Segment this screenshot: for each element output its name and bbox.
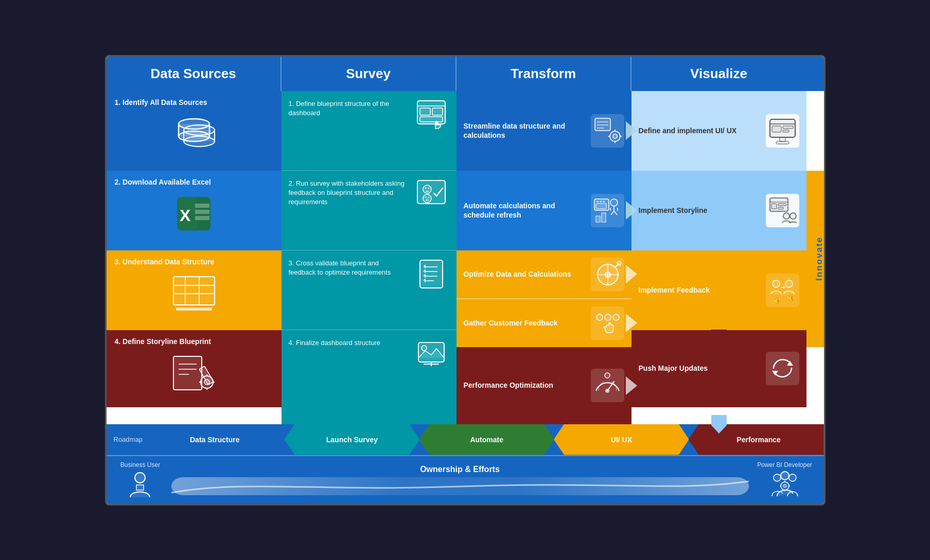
survey-text-2: 2. Run survey with stakeholders asking f… (289, 179, 407, 207)
svg-rect-35 (420, 108, 430, 115)
streamline-icon (593, 117, 622, 145)
svg-point-110 (785, 280, 793, 287)
ds-row-2: 2. Download Available Excel X (107, 171, 282, 250)
ownership-bar (171, 477, 749, 495)
svg-point-72 (610, 199, 618, 206)
svg-rect-96 (783, 130, 789, 132)
transform-icon-3a (591, 258, 624, 291)
survey-text-4: 4. Finalize dashboard structure (289, 338, 407, 348)
svg-rect-48 (420, 260, 443, 288)
svg-text:👍: 👍 (773, 295, 782, 304)
svg-point-69 (600, 201, 602, 203)
svg-rect-36 (432, 108, 443, 115)
transform-label-4: Performance Optimization (464, 381, 586, 390)
innovate-label: Innovate (814, 237, 824, 281)
svg-text:X: X (180, 206, 191, 225)
arrow-right-3a (626, 265, 637, 283)
survey-feedback-icon (416, 179, 447, 210)
powerbi-dev-icon (769, 471, 800, 499)
svg-rect-16 (173, 277, 215, 305)
viz-label-4: Push Major Updates (639, 364, 761, 373)
svg-rect-98 (780, 137, 785, 141)
svg-point-54 (422, 346, 427, 351)
transform-block-2: Automate calculations and schedule refre… (457, 171, 631, 250)
chevron-label-1: Data Structure (180, 436, 255, 444)
svg-point-109 (773, 280, 780, 287)
svg-marker-115 (711, 330, 727, 348)
svg-point-47 (428, 196, 429, 198)
svg-point-125 (781, 472, 789, 480)
svg-rect-105 (778, 207, 783, 209)
svg-point-43 (425, 187, 426, 189)
ds-label-4: 4. Define Storyline Blueprint (115, 337, 211, 346)
svg-rect-99 (776, 141, 789, 144)
datasources-column: 1. Identify All Data Sources (107, 91, 282, 424)
viz-icon-1 (766, 114, 799, 148)
blueprint-icon (171, 354, 217, 392)
svg-line-75 (614, 211, 617, 215)
chevron-3: Automate (419, 424, 554, 455)
svg-point-46 (425, 196, 426, 198)
svg-point-107 (790, 213, 796, 219)
svg-rect-14 (195, 210, 209, 214)
svg-point-87 (605, 314, 611, 320)
chevron-label-3: Automate (454, 436, 519, 444)
svg-line-74 (611, 211, 614, 215)
svg-rect-104 (778, 204, 786, 206)
svg-point-126 (789, 474, 796, 481)
svg-rect-103 (771, 204, 777, 209)
roadmap-label: Roadmap (107, 436, 150, 443)
transform-icon-4 (591, 369, 624, 402)
svg-text:👎: 👎 (786, 295, 796, 304)
svg-marker-108 (711, 250, 727, 269)
svg-point-70 (603, 201, 605, 203)
svg-point-42 (423, 185, 431, 193)
svg-point-86 (596, 314, 603, 320)
ownership-title: Ownership & Efforts (420, 465, 500, 474)
main-grid: 1. Identify All Data Sources (107, 91, 824, 424)
svg-rect-53 (418, 342, 444, 362)
viz-label-2: Implement Storyline (639, 206, 761, 215)
svg-point-83 (605, 272, 610, 277)
ownership-center: Ownership & Efforts (171, 465, 749, 495)
transform-icon-1 (591, 114, 624, 148)
header-col2: Survey (282, 57, 457, 91)
database-icon (171, 115, 217, 156)
performance-icon (593, 371, 622, 400)
transform-label-3a: Optimize Data and Calculations (464, 269, 586, 279)
svg-rect-13 (195, 204, 209, 208)
validate-icon (416, 259, 447, 290)
ds-row-4: 4. Define Storyline Blueprint (107, 330, 282, 407)
survey-column: 1. Define blueprint structure of the das… (282, 91, 457, 424)
survey-item-2: 2. Run survey with stakeholders asking f… (282, 171, 457, 250)
svg-point-88 (613, 314, 619, 320)
business-user-label: Business User (120, 461, 160, 468)
storyline-icon (768, 196, 797, 225)
push-updates-icon (768, 354, 797, 383)
svg-rect-78 (596, 216, 600, 222)
transform-block-3a: Optimize Data and Calculations (457, 250, 631, 299)
chevron-4: UI/ UX (554, 424, 689, 455)
survey-icon-1 (413, 99, 449, 130)
ds-label-1: 1. Identify All Data Sources (115, 98, 207, 106)
survey-icon-3 (413, 259, 449, 290)
viz-block-2: Implement Storyline (631, 171, 806, 250)
viz-label-1: Define and implement UI/ UX (639, 126, 761, 135)
excel-icon: X (174, 194, 213, 233)
survey-text-1: 1. Define blueprint structure of the das… (289, 99, 407, 118)
transform-column: Streamline data structure and calculatio… (457, 91, 631, 424)
ds-icon-area-4 (115, 354, 273, 392)
survey-item-3: 3. Cross validate blueprint and feedback… (282, 250, 457, 330)
viz-block-1: Define and implement UI/ UX (631, 91, 806, 171)
viz-icon-4 (766, 352, 799, 385)
ds-icon-area-3 (115, 274, 273, 313)
chevron-1: Data Structure (150, 424, 285, 455)
svg-rect-95 (783, 126, 793, 129)
transform-block-1: Streamline data structure and calculatio… (457, 91, 631, 171)
svg-rect-122 (136, 485, 144, 490)
svg-rect-71 (596, 204, 606, 209)
arrow-right-2 (626, 201, 637, 220)
svg-point-45 (423, 194, 431, 203)
svg-point-62 (613, 134, 617, 138)
arrow-right-1 (626, 121, 637, 140)
